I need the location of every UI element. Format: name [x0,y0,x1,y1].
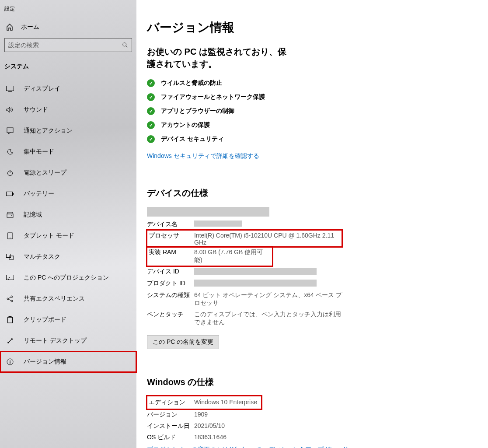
spec-label: デバイス名 [147,219,194,230]
clipboard-icon [6,316,14,323]
rename-pc-button[interactable]: この PC の名前を変更 [147,335,219,349]
table-row: インストール日 2021/05/10 [147,420,227,432]
table-row: エディション Windows 10 Enterprise [147,396,261,409]
sidebar-item-label: サウンド [24,106,48,114]
table-row: 実装 RAM 8.00 GB (7.76 GB 使用可能) [147,247,272,266]
svg-rect-8 [13,193,14,195]
check-icon: ✓ [147,79,155,87]
sidebar-item-power[interactable]: 電源とスリープ [0,162,136,183]
info-icon [6,358,14,365]
sidebar-item-label: タブレット モード [24,232,74,240]
redacted-value [194,266,343,278]
sidebar-item-shared[interactable]: 共有エクスペリエンス [0,288,136,309]
spec-label: 実装 RAM [147,247,194,266]
sidebar-item-notifications[interactable]: 通知とアクション [0,120,136,141]
sidebar-item-label: 電源とスリープ [24,169,66,177]
spec-value: Windows 10 Enterprise [194,396,261,409]
battery-icon [6,191,14,196]
sidebar-item-storage[interactable]: 記憶域 [0,204,136,225]
search-input[interactable] [8,42,122,49]
sidebar-item-label: この PC へのプロジェクション [24,274,109,282]
security-details-link[interactable]: Windows セキュリティで詳細を確認する [147,152,488,160]
sidebar-home[interactable]: ホーム [0,19,136,35]
product-key-link[interactable]: プロダクト キーの変更または Windows のエディションをアップグレード [147,446,488,448]
device-spec-ram-row: 実装 RAM 8.00 GB (7.76 GB 使用可能) [147,247,272,266]
svg-point-16 [7,298,9,300]
spec-label: OS ビルド [147,432,194,443]
storage-icon [6,212,14,218]
sidebar-item-sound[interactable]: サウンド [0,99,136,120]
search-icon [122,42,128,48]
search-box[interactable] [4,38,132,52]
windows-spec-edition-row: エディション Windows 10 Enterprise [147,396,261,409]
device-spec-table: デバイス ID プロダクト ID システムの種類 64 ビット オペレーティング… [147,266,343,328]
spec-label: デバイス ID [147,266,194,278]
device-spec-processor-row: プロセッサ Intel(R) Core(TM) i5-10210U CPU @ … [147,230,342,247]
spec-value: 18363.1646 [194,432,227,443]
spec-label: エディション [147,396,194,409]
protection-lead: お使いの PC は監視されており、保護されています。 [147,46,291,70]
device-spec-title: デバイスの仕様 [147,187,488,199]
svg-point-17 [11,296,13,298]
protection-label: ファイアウォールとネットワーク保護 [161,93,265,101]
sidebar-item-focus[interactable]: 集中モード [0,141,136,162]
power-icon [6,169,14,176]
svg-line-1 [126,46,128,48]
sidebar-item-projection[interactable]: この PC へのプロジェクション [0,267,136,288]
remote-icon [6,337,14,344]
search-wrap [0,35,136,56]
protection-item: ✓アプリとブラウザーの制御 [147,104,488,118]
sidebar-item-multitask[interactable]: マルチタスク [0,246,136,267]
protection-label: ウイルスと脅威の防止 [161,79,222,87]
spec-label: インストール日 [147,420,194,432]
spec-value: 8.00 GB (7.76 GB 使用可能) [194,247,272,266]
sidebar-item-label: バッテリー [24,190,54,198]
protection-item: ✓アカウントの保護 [147,118,488,132]
sidebar-item-label: ディスプレイ [24,85,60,93]
sidebar-home-label: ホーム [21,23,39,31]
moon-icon [6,148,14,155]
multitask-icon [6,254,14,260]
table-row: デバイス ID [147,266,343,278]
svg-line-19 [9,297,11,298]
spec-label: システムの種類 [147,290,194,309]
svg-line-20 [9,299,11,301]
spec-label: プロセッサ [147,230,194,247]
check-icon: ✓ [147,121,155,129]
svg-point-12 [10,238,10,238]
spec-label: バージョン [147,409,194,420]
sidebar-item-remote[interactable]: リモート デスクトップ [0,330,136,351]
svg-point-25 [10,360,10,361]
spec-value: 2021/05/10 [194,420,227,432]
sidebar-item-battery[interactable]: バッテリー [0,183,136,204]
redacted-block [147,207,269,217]
sidebar-item-clipboard[interactable]: クリップボード [0,309,136,330]
svg-point-18 [11,300,13,302]
table-row: デバイス名 [147,219,242,230]
sidebar-item-label: 通知とアクション [24,127,73,135]
share-icon [6,295,14,302]
protection-item: ✓ウイルスと脅威の防止 [147,76,488,90]
nav-list: ディスプレイ サウンド 通知とアクション 集中モード 電源とスリープ バッテリー… [0,78,136,372]
main-content: バージョン情報 お使いの PC は監視されており、保護されています。 ✓ウイルス… [136,0,488,448]
protection-item: ✓ファイアウォールとネットワーク保護 [147,90,488,104]
spec-value: このディスプレイでは、ペン入力とタッチ入力は利用できません [194,309,343,328]
protection-label: アカウントの保護 [161,121,210,129]
windows-spec-table: バージョン 1909 インストール日 2021/05/10 OS ビルド 183… [147,409,227,443]
sidebar-item-label: クリップボード [24,316,66,324]
table-row: システムの種類 64 ビット オペレーティング システム、x64 ベース プロセ… [147,290,343,309]
sound-icon [6,107,14,113]
protection-label: デバイス セキュリティ [161,135,224,143]
sidebar-item-tablet[interactable]: タブレット モード [0,225,136,246]
table-row: OS ビルド 18363.1646 [147,432,227,443]
display-icon [6,86,14,92]
device-spec-table: デバイス名 [147,219,242,230]
window-title: 設定 [0,4,136,19]
table-row: プロダクト ID [147,278,343,290]
sidebar: 設定 ホーム システム ディスプレイ サウンド 通知とアクション [0,0,136,448]
svg-rect-4 [7,128,13,133]
page-title: バージョン情報 [147,19,488,36]
table-row: バージョン 1909 [147,409,227,420]
sidebar-item-display[interactable]: ディスプレイ [0,78,136,99]
sidebar-item-about[interactable]: バージョン情報 [0,351,136,372]
